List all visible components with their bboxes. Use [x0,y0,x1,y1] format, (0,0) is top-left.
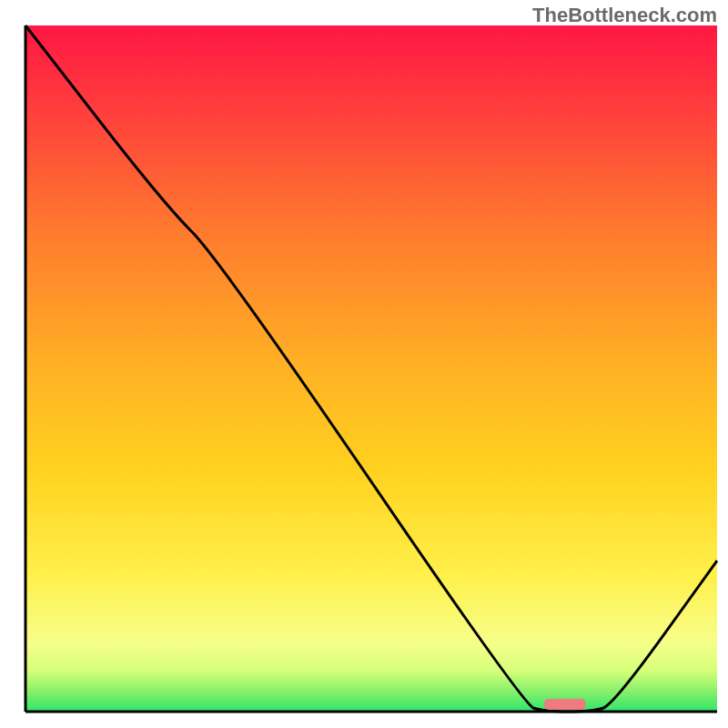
bottleneck-chart [0,0,728,728]
chart-container: TheBottleneck.com [0,0,728,728]
plot-background [25,25,717,712]
watermark-label: TheBottleneck.com [532,4,717,27]
optimal-marker [544,699,586,710]
